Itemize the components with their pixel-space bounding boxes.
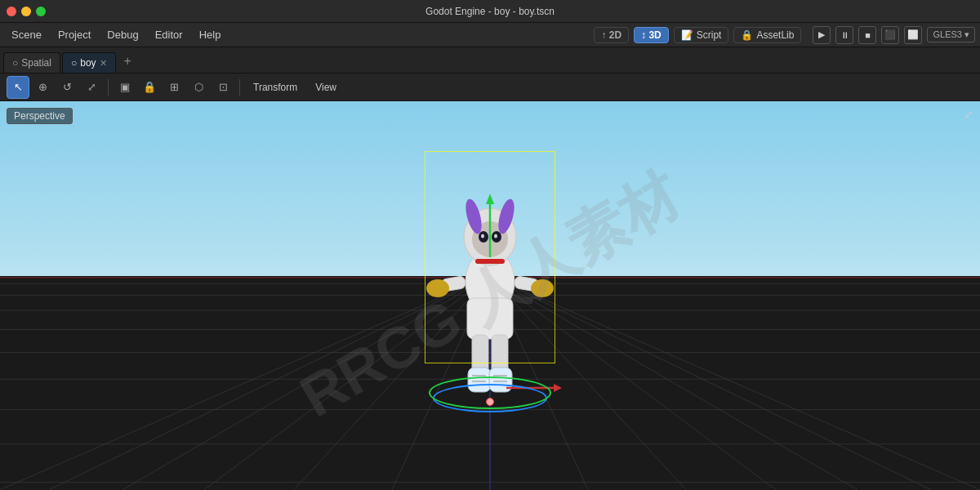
- menu-bar: Scene Project Debug Editor Help ↑ 2D ↕ 3…: [0, 23, 980, 47]
- tool-scale[interactable]: ⤢: [80, 76, 103, 99]
- menu-editor[interactable]: Editor: [149, 26, 189, 43]
- svg-marker-50: [554, 384, 562, 392]
- debug-play-button[interactable]: ⬛: [881, 26, 899, 44]
- script-label: Script: [697, 29, 722, 41]
- close-button[interactable]: [7, 7, 16, 16]
- perspective-label[interactable]: Perspective: [7, 108, 73, 124]
- btn-3d[interactable]: ↕ 3D: [634, 27, 669, 43]
- viewport[interactable]: Perspective ⤢: [0, 101, 980, 490]
- window-controls: [7, 7, 46, 16]
- stop-button[interactable]: ■: [858, 26, 876, 44]
- debug-stop-button[interactable]: ⬜: [904, 26, 922, 44]
- svg-point-31: [494, 234, 497, 238]
- separator-1: [108, 79, 109, 96]
- tab-add-button[interactable]: +: [118, 51, 138, 71]
- tool-snap[interactable]: 🔒: [138, 76, 161, 99]
- tab-spatial-icon: ○: [12, 57, 18, 69]
- svg-point-30: [481, 234, 484, 238]
- play-button[interactable]: ▶: [813, 26, 831, 44]
- menu-debug[interactable]: Debug: [100, 26, 145, 43]
- assetlib-icon: 🔒: [741, 29, 753, 41]
- tab-close-icon[interactable]: ✕: [100, 58, 107, 69]
- transform-menu[interactable]: Transform: [245, 79, 305, 96]
- menu-project[interactable]: Project: [51, 26, 97, 43]
- separator-2: [239, 79, 240, 96]
- tool-move[interactable]: ⊕: [31, 76, 54, 99]
- btn-assetlib[interactable]: 🔒 AssetLib: [733, 27, 801, 43]
- tool-use-local[interactable]: ▣: [114, 76, 136, 99]
- window-title: Godot Engine - boy - boy.tscn: [425, 6, 555, 17]
- svg-rect-34: [475, 259, 505, 264]
- tool-select[interactable]: ↖: [7, 76, 29, 99]
- minimize-button[interactable]: [21, 7, 31, 16]
- svg-point-38: [531, 279, 554, 297]
- fullscreen-button[interactable]: ⤢: [964, 108, 973, 121]
- tab-boy-icon: ○: [71, 57, 77, 69]
- svg-marker-48: [486, 194, 494, 204]
- tool-lock[interactable]: ⬡: [187, 76, 210, 99]
- svg-rect-25: [467, 298, 513, 339]
- toolbar: ↖ ⊕ ↺ ⤢ ▣ 🔒 ⊞ ⬡ ⊡ Transform View: [0, 74, 980, 101]
- btn-script[interactable]: 📝 Script: [674, 27, 729, 43]
- tool-rotate[interactable]: ↺: [56, 76, 78, 99]
- maximize-button[interactable]: [36, 7, 46, 16]
- assetlib-label: AssetLib: [756, 29, 794, 41]
- svg-point-36: [426, 279, 449, 297]
- menu-help[interactable]: Help: [193, 26, 228, 43]
- gles-badge[interactable]: GLES3 ▾: [927, 27, 975, 42]
- menu-scene[interactable]: Scene: [5, 26, 48, 43]
- tool-grid[interactable]: ⊞: [163, 76, 185, 99]
- view-menu[interactable]: View: [307, 79, 345, 96]
- character-svg: [408, 151, 572, 412]
- gizmo-center: [486, 398, 494, 406]
- title-bar: Godot Engine - boy - boy.tscn: [0, 0, 980, 23]
- character-model: [408, 151, 572, 412]
- play-controls: ▶ ⏸ ■ ⬛ ⬜: [813, 26, 922, 44]
- btn-2d[interactable]: ↑ 2D: [594, 27, 629, 43]
- tool-extra[interactable]: ⊡: [212, 76, 234, 99]
- tab-boy[interactable]: ○ boy ✕: [62, 52, 116, 73]
- tab-boy-label: boy: [80, 57, 96, 69]
- tab-spatial[interactable]: ○ Spatial: [3, 52, 60, 73]
- pause-button[interactable]: ⏸: [835, 26, 853, 44]
- script-icon: 📝: [681, 29, 693, 41]
- tab-spatial-label: Spatial: [21, 57, 51, 69]
- tab-bar: ○ Spatial ○ boy ✕ +: [0, 47, 980, 74]
